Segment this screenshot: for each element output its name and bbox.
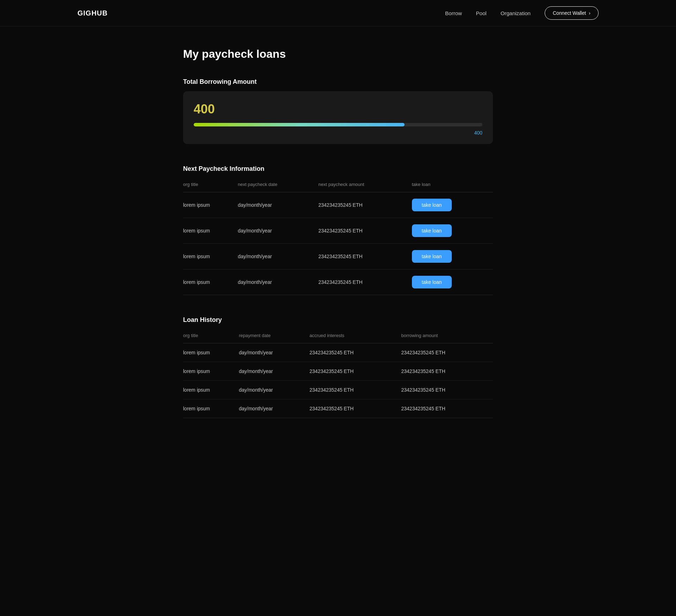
progress-bar-fill: [194, 123, 405, 126]
paycheck-date-cell: day/month/year: [238, 244, 319, 269]
borrowing-amount: 400: [194, 102, 482, 117]
repayment-date-cell: day/month/year: [239, 399, 309, 418]
table-row: lorem ipsum day/month/year 234234235245 …: [183, 381, 493, 399]
col-lh-org-title: org title: [183, 329, 239, 343]
loan-history-title: Loan History: [183, 316, 493, 324]
accrued-interests-cell: 234234235245 ETH: [309, 399, 401, 418]
take-loan-button[interactable]: take loan: [412, 199, 452, 211]
paycheck-amount-cell: 234234235245 ETH: [318, 244, 412, 269]
col-take-loan: take loan: [412, 178, 493, 192]
next-paycheck-thead: org title next paycheck date next payche…: [183, 178, 493, 192]
connect-wallet-arrow: ›: [589, 10, 590, 16]
nav-pool[interactable]: Pool: [476, 10, 487, 16]
loan-history-thead: org title repayment date accrued interes…: [183, 329, 493, 343]
org-title-cell: lorem ipsum: [183, 192, 238, 218]
take-loan-button[interactable]: take loan: [412, 276, 452, 288]
table-row: lorem ipsum day/month/year 234234235245 …: [183, 343, 493, 362]
table-row: lorem ipsum day/month/year 234234235245 …: [183, 399, 493, 418]
col-org-title: org title: [183, 178, 238, 192]
main-content: My paycheck loans Total Borrowing Amount…: [176, 26, 500, 460]
repayment-date-cell: day/month/year: [239, 362, 309, 381]
org-title-cell: lorem ipsum: [183, 244, 238, 269]
connect-wallet-button[interactable]: Connect Wallet ›: [545, 6, 599, 20]
lh-org-title-cell: lorem ipsum: [183, 343, 239, 362]
take-loan-cell: take loan: [412, 218, 493, 244]
col-borrowing-amount: borrowing amount: [401, 329, 493, 343]
paycheck-amount-cell: 234234235245 ETH: [318, 192, 412, 218]
take-loan-button[interactable]: take loan: [412, 250, 452, 263]
paycheck-amount-cell: 234234235245 ETH: [318, 218, 412, 244]
paycheck-date-cell: day/month/year: [238, 269, 319, 295]
loan-history-header-row: org title repayment date accrued interes…: [183, 329, 493, 343]
take-loan-cell: take loan: [412, 192, 493, 218]
borrowing-amount-cell: 234234235245 ETH: [401, 399, 493, 418]
page-title: My paycheck loans: [183, 48, 493, 61]
col-next-paycheck-date: next paycheck date: [238, 178, 319, 192]
take-loan-cell: take loan: [412, 269, 493, 295]
accrued-interests-cell: 234234235245 ETH: [309, 343, 401, 362]
table-row: lorem ipsum day/month/year 234234235245 …: [183, 362, 493, 381]
borrowing-amount-cell: 234234235245 ETH: [401, 343, 493, 362]
connect-wallet-label: Connect Wallet: [553, 10, 586, 16]
accrued-interests-cell: 234234235245 ETH: [309, 362, 401, 381]
table-row: lorem ipsum day/month/year 234234235245 …: [183, 192, 493, 218]
col-accrued-interests: accrued interests: [309, 329, 401, 343]
loan-history-tbody: lorem ipsum day/month/year 234234235245 …: [183, 343, 493, 418]
org-title-cell: lorem ipsum: [183, 218, 238, 244]
logo: GIGHUB: [77, 9, 108, 17]
table-row: lorem ipsum day/month/year 234234235245 …: [183, 269, 493, 295]
next-paycheck-title: Next Paycheck Information: [183, 165, 493, 173]
take-loan-button[interactable]: take loan: [412, 224, 452, 237]
paycheck-date-cell: day/month/year: [238, 218, 319, 244]
next-paycheck-header-row: org title next paycheck date next payche…: [183, 178, 493, 192]
accrued-interests-cell: 234234235245 ETH: [309, 381, 401, 399]
progress-label: 400: [194, 130, 482, 136]
navbar: GIGHUB Borrow Pool Organization Connect …: [0, 0, 676, 26]
lh-org-title-cell: lorem ipsum: [183, 381, 239, 399]
lh-org-title-cell: lorem ipsum: [183, 362, 239, 381]
take-loan-cell: take loan: [412, 244, 493, 269]
nav-borrow[interactable]: Borrow: [445, 10, 462, 16]
col-next-paycheck-amount: next paycheck amount: [318, 178, 412, 192]
borrowing-section-title: Total Borrowing Amount: [183, 78, 493, 86]
borrowing-amount-cell: 234234235245 ETH: [401, 362, 493, 381]
borrowing-amount-cell: 234234235245 ETH: [401, 381, 493, 399]
repayment-date-cell: day/month/year: [239, 343, 309, 362]
table-row: lorem ipsum day/month/year 234234235245 …: [183, 244, 493, 269]
borrowing-section: Total Borrowing Amount 400 400: [183, 78, 493, 144]
loan-history-section: Loan History org title repayment date ac…: [183, 316, 493, 418]
next-paycheck-table: org title next paycheck date next payche…: [183, 178, 493, 295]
loan-history-table: org title repayment date accrued interes…: [183, 329, 493, 418]
repayment-date-cell: day/month/year: [239, 381, 309, 399]
table-row: lorem ipsum day/month/year 234234235245 …: [183, 218, 493, 244]
next-paycheck-tbody: lorem ipsum day/month/year 234234235245 …: [183, 192, 493, 295]
col-repayment-date: repayment date: [239, 329, 309, 343]
progress-bar-container: [194, 123, 482, 126]
nav-organization[interactable]: Organization: [501, 10, 531, 16]
next-paycheck-section: Next Paycheck Information org title next…: [183, 165, 493, 295]
nav-links: Borrow Pool Organization Connect Wallet …: [445, 6, 599, 20]
borrowing-card: 400 400: [183, 91, 493, 144]
paycheck-date-cell: day/month/year: [238, 192, 319, 218]
paycheck-amount-cell: 234234235245 ETH: [318, 269, 412, 295]
org-title-cell: lorem ipsum: [183, 269, 238, 295]
lh-org-title-cell: lorem ipsum: [183, 399, 239, 418]
